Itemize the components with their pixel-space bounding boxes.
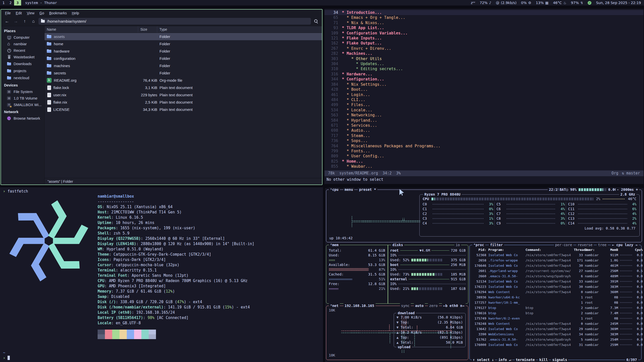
org-heading-line-304[interactable]: 304 * Updates... [325,61,643,66]
io-tab[interactable]: io [454,243,461,247]
org-heading-line-499[interactable]: 499 * Files... [325,102,643,107]
update-interval[interactable]: - 2000ms + [616,187,639,192]
net-tab-auto[interactable]: auto [414,303,425,308]
proc-key-terminate[interactable]: terminate [515,357,536,362]
file-row-machines[interactable]: machinesFolder [45,62,322,69]
workspace-2[interactable]: 2 [7,0,14,6]
process-row-176000[interactable]: 176000Isolated Web Co/nix/store/sm8fmrf3… [470,342,641,347]
file-row-hardware[interactable]: hardwareFolder [45,48,322,55]
back-button[interactable]: ← [3,18,11,25]
sidebar-item-wastebasket[interactable]: Wastebasket [1,54,44,60]
sidebar-item-browse-network[interactable]: Browse Network [1,115,44,122]
cpu-tab-preset[interactable]: preset * [358,187,377,192]
proc-tab-reverse[interactable]: reverse [576,243,594,247]
cpu-tab-menu[interactable]: menu [343,187,354,192]
terminal-window[interactable]: › fastfetch nambiar@smallbox------------… [0,187,323,362]
column-header-name[interactable]: Name [45,26,138,33]
workspace-1[interactable]: 1 [0,0,7,6]
org-heading-line-736[interactable]: 736 * Sops... [325,138,643,143]
org-outline[interactable]: 34* Introduction...65 * Emacs + Org + Ta… [325,9,643,170]
sidebar-item-smallbox-wi[interactable]: SMALLBOX Wi... [1,102,44,108]
org-heading-line-764[interactable]: 764 * Miscellaneous Packages and Program… [325,144,643,149]
org-heading-line-384[interactable]: 384 * Nix Settings... [325,82,643,87]
org-heading-line-316[interactable]: 316* Hardware... [325,72,643,77]
sidebar-item-1-0-tb-volume[interactable]: 1,0 TB Volume [1,95,44,102]
org-heading-line-121[interactable]: 121* Flake Inputs... [325,36,643,41]
org-heading-line-671[interactable]: 671 * Services... [325,123,643,128]
proc-key-signals[interactable]: signals [551,357,568,362]
org-heading-line-34[interactable]: 34* Introduction... [325,10,643,15]
org-heading-line-282[interactable]: 282* Machines... [325,51,643,56]
process-row-176223[interactable]: 176223Isolated Web Co/nix/store/sm8fmrf3… [470,284,641,289]
proc-key-select[interactable]: ↑ select ↓ [472,357,495,362]
process-row-178294[interactable]: 178294Web Content/nix/store/sm8fmrf3wps4… [470,289,641,295]
path-bar[interactable]: /home/nambiar/system/ [38,18,311,25]
net-tab-b-eth0-n[interactable]: ←b eth0 n→ [442,303,466,308]
workspace-3[interactable]: 3 [14,0,21,6]
process-row-52368[interactable]: 52368Isolated Web Co/nix/store/sm8fmrf3w… [470,252,641,258]
org-heading-line-162[interactable]: 162* Flake Output... [325,41,643,46]
sidebar-item-projects[interactable]: projects [1,67,44,74]
org-heading-line-809[interactable]: 809 * User Config... [325,154,643,159]
net-tab-zero[interactable]: zero [428,303,439,308]
org-heading-line-534[interactable]: 534 * Locale... [325,108,643,113]
menu-edit[interactable]: Edit [13,10,24,16]
process-row-13642[interactable]: 13642Isolated Web Co/nix/store/sm8fmrf3w… [470,326,641,332]
org-heading-line-65[interactable]: 65 * Emacs + Org + Tangle... [325,15,643,20]
org-heading-line-799[interactable]: 799 * Fonts... [325,149,643,154]
menu-file[interactable]: File [3,10,13,16]
org-heading-line-717[interactable]: 717 * Steam... [325,133,643,138]
sidebar-item-nambiar[interactable]: nambiar [1,41,44,47]
proc-key-kill[interactable]: kill [538,357,549,362]
org-heading-line-267[interactable]: 267 * Envrc + Direnv... [325,46,643,51]
process-row-38936[interactable]: 38936kworker/u64:6-kc1root0B0.0 [470,295,641,300]
org-heading-line-93[interactable]: 93* TLDR App List... [325,25,643,30]
net-tab[interactable]: ³net [329,303,340,308]
up-button[interactable]: ↑ [21,18,28,25]
process-column-headers[interactable]: Pid:Program:Command:Threads:User:MemBCpu… [470,247,641,252]
process-row-176646[interactable]: 176646Isolated Web Co/nix/store/sm8fmrf3… [470,263,641,268]
cpu-tab-cpu[interactable]: ¹cpu [329,187,340,192]
search-icon[interactable] [312,18,320,25]
org-heading-line-109[interactable]: 109* Configuration Variables... [325,31,643,36]
org-heading-line-855[interactable]: 855 * Waubar... [325,164,643,169]
file-row-configuration[interactable]: configurationFolder [45,55,322,62]
file-row-readme-org[interactable]: README.org76,4 KiBOrg-mode file [45,77,322,84]
file-row-secrets[interactable]: secretsFolder [45,69,322,77]
mem-tab[interactable]: ²mem [329,243,340,247]
disks-tab[interactable]: disks [391,243,404,247]
process-row-52134[interactable]: 52134Isolated Web Co/nix/store/sm8fmrf3w… [470,279,641,284]
org-heading-line-303[interactable]: 303 * Other Utils [325,56,643,61]
sidebar-item-file-system[interactable]: File System [1,88,44,95]
file-row-license[interactable]: LICENSE34,3 KiBPlain text document [45,106,322,113]
process-row-3390[interactable]: 3390WebExtensions/nix/store/sm8fmrf3wps4… [470,332,641,337]
proc-tab-per-core[interactable]: per-core [554,243,573,247]
org-heading-line-344[interactable]: 344* Configuration... [325,77,643,82]
file-row-flake-lock[interactable]: flake.lock3,1 KiBPlain text document [45,84,322,91]
sidebar-item-downloads[interactable]: Downloads [1,60,44,67]
process-row-2660[interactable]: 2660.emacs-31.0.50-/nix/store/wnqz5pa8ra… [470,274,641,279]
process-row-178616[interactable]: 178616btopbtop2nambiar7.4M0.0 [470,310,641,316]
file-row-home[interactable]: homeFolder [45,40,322,48]
workspace-switcher[interactable]: 123 [0,0,21,6]
process-row-2658[interactable]: 2658.firefox-wrappe/nix/store/sm8fmrf3wp… [470,258,641,263]
proc-tab-proc[interactable]: ⁴proc [472,243,485,247]
proc-key-info[interactable]: info ↵ [497,357,512,362]
sidebar-item-computer[interactable]: Computer [1,34,44,41]
menu-view[interactable]: View [24,10,37,16]
file-row-assets[interactable]: assetsFolder [45,33,322,40]
org-heading-line-584[interactable]: 584 * Hyprland... [325,118,643,123]
forward-button[interactable]: → [12,18,20,25]
process-row-177257[interactable]: 177257kworker/10:1-mm_1root0B0.0 [470,300,641,305]
menu-bookmarks[interactable]: Bookmarks [47,10,69,16]
process-row-175749[interactable]: 175749kworker/6:2-even1root0B0.0 [470,316,641,321]
sidebar-item-recent[interactable]: Recent [1,47,44,54]
org-heading-line-698[interactable]: 698 * Audio... [325,128,643,133]
home-button[interactable]: ⌂ [30,18,37,25]
sidebar-item-nextcloud[interactable]: nextcloud [1,74,44,81]
column-header-size[interactable]: Size [138,26,157,33]
org-heading-line-428[interactable]: 428 * Boot... [325,87,643,92]
menu-help[interactable]: Help [69,10,82,16]
org-heading-line-484[interactable]: 484 * CLI... [325,97,643,102]
process-row-179127[interactable]: 179127btopbtop2nambiar7.3M0.0 [470,305,641,310]
